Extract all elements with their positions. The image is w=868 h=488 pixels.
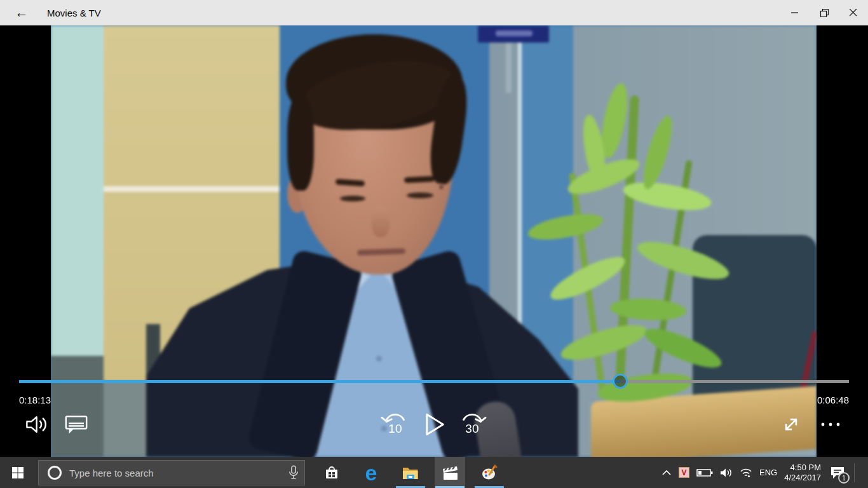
skip-forward-label: 30 [465,422,478,435]
minimize-button[interactable] [780,0,810,25]
tray-time: 4:50 PM [784,463,821,473]
wood-panel-stripe [104,186,280,192]
taskbar-app-movies-tv[interactable] [435,457,465,488]
tray-chevron-up-icon[interactable] [661,469,672,477]
close-button[interactable] [839,0,868,25]
taskbar: Type here to search e [0,457,868,488]
tray-clock[interactable]: 4:50 PM 4/24/2017 [784,463,821,483]
microphone-icon [288,465,299,480]
edge-icon: e [365,463,377,482]
volume-button[interactable] [20,407,56,442]
tray-v-app-icon[interactable]: V [679,467,689,478]
titlebar: ← Movies & TV [0,0,868,25]
taskbar-app-store[interactable] [316,457,347,488]
nose [372,207,390,237]
volume-icon [25,414,51,435]
paint3d-icon [480,464,498,482]
hair-side-left [287,95,314,191]
action-center-button[interactable]: 1 [828,457,847,488]
minimize-icon [791,9,799,17]
show-desktop-button[interactable] [862,457,864,488]
fullscreen-icon [780,413,803,436]
notification-badge: 1 [838,472,850,484]
more-options-button[interactable] [813,407,848,442]
remaining-time: 0:06:48 [817,395,849,405]
search-placeholder: Type here to search [69,468,283,478]
video-viewport[interactable] [51,25,817,457]
skip-back-10-button[interactable]: 10 [377,407,413,442]
plant [527,57,737,413]
taskbar-app-edge[interactable]: e [356,457,386,488]
tray-speaker-icon[interactable] [720,468,733,478]
seek-bar[interactable] [19,380,849,383]
player-area: 0:18:13 0:06:48 10 [0,25,868,457]
file-explorer-icon [402,465,419,480]
tray-wifi-icon[interactable] [740,468,752,478]
play-icon [424,412,445,437]
back-button[interactable]: ← [8,0,36,25]
seek-thumb[interactable] [613,374,628,389]
microphone-button[interactable] [283,460,304,485]
closed-captions-button[interactable] [58,407,94,442]
elapsed-time: 0:18:13 [19,395,51,405]
fullscreen-button[interactable] [773,407,809,442]
taskbar-app-paint3d[interactable] [474,457,505,488]
tray-language[interactable]: ENG [759,468,777,477]
store-icon [323,464,340,481]
search-input[interactable]: Type here to search [38,460,305,485]
tray-date: 4/24/2017 [784,473,821,483]
room-sign [478,25,549,43]
windows-logo-icon [11,466,24,479]
taskbar-app-file-explorer[interactable] [395,457,426,488]
sign-pole [506,42,512,93]
play-button[interactable] [417,407,452,442]
seek-progress [19,380,620,383]
skip-back-10-icon: 10 [381,410,410,439]
skip-forward-30-icon: 30 [458,410,487,439]
cortana-icon[interactable] [48,466,62,480]
system-tray: V ENG 4:50 PM 4/2 [661,457,864,488]
skip-forward-30-button[interactable]: 30 [454,407,490,442]
closed-captions-icon [65,414,88,435]
tray-separator [854,463,855,482]
video-frame [51,25,817,457]
restore-button[interactable] [810,0,839,25]
mole [440,186,443,189]
tray-battery-icon[interactable] [696,468,713,477]
start-button[interactable] [0,457,36,488]
eye [407,193,433,198]
eye [340,196,365,201]
shirt-button [376,356,382,362]
movies-tv-icon [441,464,459,481]
close-icon [850,9,857,17]
skip-back-label: 10 [388,422,402,435]
more-options-icon [819,421,842,428]
restore-icon [820,9,829,17]
app-title: Movies & TV [47,0,101,25]
